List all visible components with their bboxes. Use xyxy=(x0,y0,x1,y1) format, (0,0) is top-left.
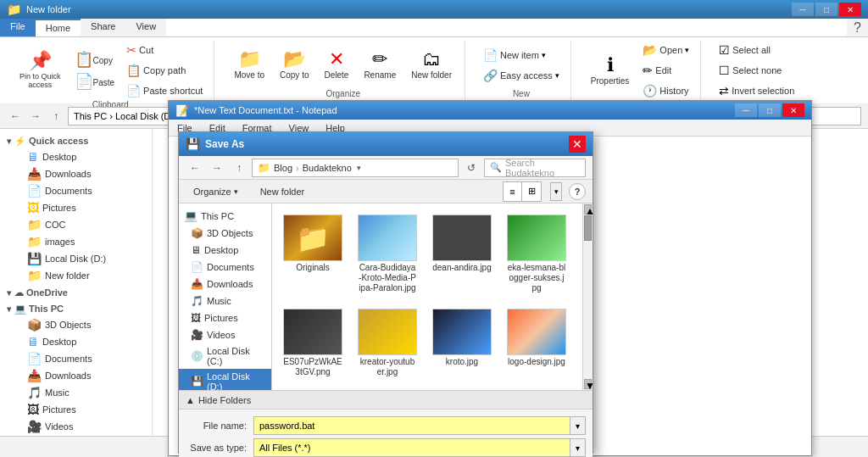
explorer-maximize-btn[interactable]: □ xyxy=(815,3,837,16)
dialog-sidebar-desktop[interactable]: 🖥 Desktop xyxy=(179,242,271,259)
rename-btn[interactable]: ✏ Rename xyxy=(358,46,402,84)
new-folder-icon: 🗂 xyxy=(422,50,441,69)
copy-to-btn[interactable]: 📂 Copy to xyxy=(274,46,314,84)
move-to-btn[interactable]: 📁 Move to xyxy=(228,46,270,84)
file-item-6[interactable]: kroto.jpg xyxy=(428,304,496,382)
details-view-btn[interactable]: ⊞ xyxy=(522,182,541,201)
dialog-forward-btn[interactable]: → xyxy=(208,159,226,177)
edit-icon: ✏ xyxy=(643,64,653,77)
dialog-refresh-btn[interactable]: ↺ xyxy=(462,159,481,177)
explorer-icon: 📁 xyxy=(7,3,21,16)
dialog-new-folder-btn[interactable]: New folder xyxy=(253,182,313,201)
sidebar-quick-access[interactable]: ▾ ⚡ Quick access xyxy=(0,132,152,148)
history-btn[interactable]: 🕐 History xyxy=(638,81,693,100)
nav-forward-btn[interactable]: → xyxy=(27,108,44,125)
sidebar-downloads-pc[interactable]: 📥Downloads xyxy=(17,367,152,384)
dialog-sidebar-local-d[interactable]: 💾 Local Disk (D:) xyxy=(179,369,271,390)
sidebar-images[interactable]: 📁images xyxy=(17,233,152,250)
file-item-4[interactable]: ES07uPzWkAE3tGV.png xyxy=(279,304,347,382)
sidebar-pictures-pc[interactable]: 🖼Pictures xyxy=(17,401,152,418)
dialog-sidebar-3d-objects[interactable]: 📦 3D Objects xyxy=(179,225,271,242)
tab-home[interactable]: Home xyxy=(36,19,81,36)
sidebar-desktop-pc[interactable]: 🖥Desktop xyxy=(17,333,152,350)
this-pc-label: 💻 This PC xyxy=(14,304,64,315)
tab-file[interactable]: File xyxy=(0,19,36,36)
notepad-minimize-btn[interactable]: ─ xyxy=(735,103,757,117)
edit-btn[interactable]: ✏ Edit xyxy=(638,61,693,80)
explorer-minimize-btn[interactable]: ─ xyxy=(792,3,814,16)
delete-btn[interactable]: ✕ Delete xyxy=(318,46,354,84)
sidebar-local-disk-d[interactable]: 💾Local Disk (D:) xyxy=(17,250,152,267)
filename-input[interactable] xyxy=(253,416,570,435)
dialog-sidebar-this-pc[interactable]: 💻 This PC xyxy=(179,207,271,225)
new-folder-btn[interactable]: 🗂 New folder xyxy=(405,46,458,84)
sidebar-this-pc[interactable]: ▾ 💻 This PC xyxy=(0,300,152,316)
dialog-scrollbar[interactable]: ▲ ▼ xyxy=(582,203,593,390)
nav-back-btn[interactable]: ← xyxy=(7,108,24,125)
sidebar-desktop[interactable]: 🖥Desktop xyxy=(17,148,152,165)
file-item-3[interactable]: eka-lesmana-blogger-sukses.jpg xyxy=(503,210,570,298)
filename-dropdown-arrow[interactable]: ▾ xyxy=(570,416,586,435)
save-type-dropdown-arrow[interactable]: ▾ xyxy=(570,438,586,457)
notepad-close-btn[interactable]: ✕ xyxy=(782,103,804,117)
pin-to-quick-access-btn[interactable]: 📌 Pin to Quickaccess xyxy=(14,47,67,93)
sidebar-pictures[interactable]: 🖼Pictures xyxy=(17,199,152,216)
dialog-sidebar-downloads[interactable]: 📥 Downloads xyxy=(179,276,271,293)
select-none-btn[interactable]: ☐ Select none xyxy=(715,61,798,80)
help-btn[interactable]: ? xyxy=(847,19,868,36)
dialog-sidebar-music[interactable]: 🎵 Music xyxy=(179,293,271,309)
dialog-sidebar-documents[interactable]: 📄 Documents xyxy=(179,259,271,276)
tab-share[interactable]: Share xyxy=(81,19,125,36)
easy-access-btn[interactable]: 🔗 Easy access ▾ xyxy=(479,66,564,85)
copy-path-btn[interactable]: 📋 Copy path xyxy=(122,61,207,80)
dialog-organize-btn[interactable]: Organize ▾ xyxy=(186,182,246,201)
paste-shortcut-btn[interactable]: 📄 Paste shortcut xyxy=(122,81,207,100)
dialog-address-bar[interactable]: 📁 Blog › Budaktekno ▾ xyxy=(252,159,459,177)
dialog-organize-label: Organize xyxy=(193,187,231,197)
sidebar-music[interactable]: 🎵Music xyxy=(17,384,152,401)
file-item-1[interactable]: Cara-Budidaya-Kroto-Media-Pipa-Paralon.j… xyxy=(353,210,421,298)
explorer-close-btn[interactable]: ✕ xyxy=(839,3,861,16)
dialog-sidebar-local-c[interactable]: 💿 Local Disk (C:) xyxy=(179,343,271,369)
sidebar-onedrive[interactable]: ▾ ☁ OneDrive xyxy=(0,284,152,300)
file-item-7[interactable]: logo-design.jpg xyxy=(503,304,570,382)
scrollbar-thumb[interactable] xyxy=(584,215,592,241)
open-btn[interactable]: 📂 Open ▾ xyxy=(638,41,693,59)
paste-btn[interactable]: 📄 Paste xyxy=(70,71,120,92)
list-view-btn[interactable]: ≡ xyxy=(504,182,522,201)
scrollbar-up-btn[interactable]: ▲ xyxy=(584,204,592,215)
sidebar-documents-pc[interactable]: 📄Documents xyxy=(17,350,152,367)
sidebar-coc[interactable]: 📁COC xyxy=(17,216,152,233)
dialog-close-btn[interactable]: ✕ xyxy=(569,136,586,153)
dialog-back-btn[interactable]: ← xyxy=(186,159,204,177)
sidebar-new-folder[interactable]: 📁New folder xyxy=(17,267,152,284)
select-all-btn[interactable]: ☑ Select all xyxy=(715,41,798,59)
dialog-up-btn[interactable]: ↑ xyxy=(230,159,248,177)
file-item-0[interactable]: 📁Originals xyxy=(279,210,347,298)
save-type-select[interactable]: All Files (*.*) xyxy=(253,438,570,457)
view-dropdown-btn[interactable]: ▾ xyxy=(550,182,562,201)
scrollbar-down-btn[interactable]: ▼ xyxy=(584,379,592,389)
dialog-sidebar-videos[interactable]: 🎥 Videos xyxy=(179,326,271,343)
sidebar-documents[interactable]: 📄Documents xyxy=(17,182,152,199)
properties-btn[interactable]: ℹ Properties xyxy=(585,52,636,90)
sidebar-videos[interactable]: 🎥Videos xyxy=(17,418,152,435)
desktop-icon: 🖥 xyxy=(27,150,39,164)
cut-btn[interactable]: ✂ Cut xyxy=(122,41,207,59)
new-item-btn[interactable]: 📄 New item ▾ xyxy=(479,46,564,64)
scrollbar-track[interactable] xyxy=(583,215,593,378)
tab-view[interactable]: View xyxy=(125,19,166,36)
notepad-maximize-btn[interactable]: □ xyxy=(759,103,781,117)
sidebar-3d-objects[interactable]: 📦3D Objects xyxy=(17,316,152,333)
move-icon: 📁 xyxy=(238,50,261,69)
hide-folders-bar[interactable]: ▲ Hide Folders xyxy=(179,390,593,409)
nav-up-btn[interactable]: ↑ xyxy=(47,108,64,125)
sidebar-downloads[interactable]: 📥Downloads xyxy=(17,165,152,182)
file-item-2[interactable]: dean-andira.jpg xyxy=(428,210,496,298)
copy-btn[interactable]: 📋 Copy xyxy=(70,49,120,70)
invert-selection-btn[interactable]: ⇄ Invert selection xyxy=(715,81,798,100)
file-item-5[interactable]: kreator-youtuber.jpg xyxy=(353,304,421,382)
dialog-help-btn[interactable]: ? xyxy=(569,183,586,200)
dialog-sidebar-pictures[interactable]: 🖼 Pictures xyxy=(179,309,271,326)
dialog-search[interactable]: 🔍 Search Budaktekno xyxy=(484,159,586,177)
